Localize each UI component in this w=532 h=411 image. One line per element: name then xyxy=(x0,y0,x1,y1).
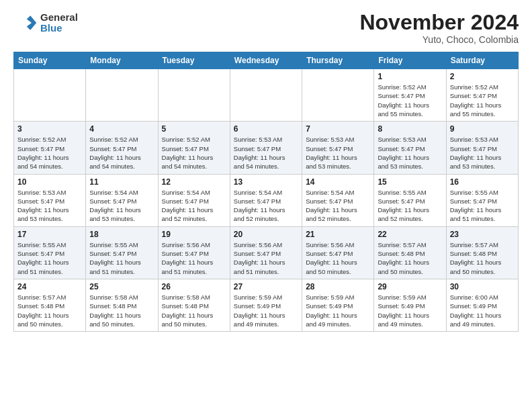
logo-blue-text: Blue xyxy=(40,23,78,34)
day-info: Sunrise: 5:54 AMSunset: 5:47 PMDaylight:… xyxy=(89,188,154,224)
calendar-cell: 3Sunrise: 5:52 AMSunset: 5:47 PMDaylight… xyxy=(14,122,86,174)
day-info: Sunrise: 5:58 AMSunset: 5:48 PMDaylight:… xyxy=(89,293,154,328)
calendar-header-row: SundayMondayTuesdayWednesdayThursdayFrid… xyxy=(14,52,519,69)
calendar-week-row: 10Sunrise: 5:53 AMSunset: 5:47 PMDayligh… xyxy=(14,174,519,226)
calendar-cell: 21Sunrise: 5:56 AMSunset: 5:47 PMDayligh… xyxy=(302,226,374,279)
day-info: Sunrise: 5:53 AMSunset: 5:47 PMDaylight:… xyxy=(234,135,298,171)
calendar-col-monday: Monday xyxy=(86,52,158,69)
logo-general-text: General xyxy=(40,12,78,24)
calendar-header: SundayMondayTuesdayWednesdayThursdayFrid… xyxy=(14,52,519,69)
page-title: November 2024 xyxy=(359,11,519,34)
calendar-cell xyxy=(14,69,86,122)
calendar-col-saturday: Saturday xyxy=(446,52,518,69)
day-number: 4 xyxy=(89,124,154,134)
day-info: Sunrise: 5:52 AMSunset: 5:47 PMDaylight:… xyxy=(17,135,82,171)
day-number: 25 xyxy=(89,282,154,291)
calendar-cell: 28Sunrise: 5:59 AMSunset: 5:49 PMDayligh… xyxy=(302,279,374,331)
day-info: Sunrise: 5:52 AMSunset: 5:47 PMDaylight:… xyxy=(89,135,154,171)
day-info: Sunrise: 5:54 AMSunset: 5:47 PMDaylight:… xyxy=(162,188,226,224)
day-info: Sunrise: 5:58 AMSunset: 5:48 PMDaylight:… xyxy=(162,293,226,328)
day-number: 11 xyxy=(89,177,154,187)
calendar-cell: 7Sunrise: 5:53 AMSunset: 5:47 PMDaylight… xyxy=(302,122,374,174)
calendar-cell: 11Sunrise: 5:54 AMSunset: 5:47 PMDayligh… xyxy=(86,174,158,226)
day-number: 2 xyxy=(450,72,515,81)
day-info: Sunrise: 5:56 AMSunset: 5:47 PMDaylight:… xyxy=(234,240,298,276)
calendar-cell: 24Sunrise: 5:57 AMSunset: 5:48 PMDayligh… xyxy=(14,279,86,331)
day-number: 20 xyxy=(234,230,298,239)
day-number: 16 xyxy=(450,177,515,187)
day-number: 21 xyxy=(306,230,370,239)
calendar-cell: 17Sunrise: 5:55 AMSunset: 5:47 PMDayligh… xyxy=(14,226,86,279)
day-number: 5 xyxy=(162,124,226,134)
day-number: 27 xyxy=(234,282,298,291)
day-number: 9 xyxy=(450,124,515,134)
logo-icon xyxy=(13,11,38,35)
calendar-col-sunday: Sunday xyxy=(14,52,86,69)
calendar-cell: 15Sunrise: 5:55 AMSunset: 5:47 PMDayligh… xyxy=(374,174,446,226)
day-info: Sunrise: 5:56 AMSunset: 5:47 PMDaylight:… xyxy=(306,240,370,276)
logo-text: General Blue xyxy=(40,12,78,34)
day-info: Sunrise: 5:55 AMSunset: 5:47 PMDaylight:… xyxy=(450,188,515,224)
day-number: 18 xyxy=(89,230,154,239)
day-number: 10 xyxy=(17,177,82,187)
calendar-col-wednesday: Wednesday xyxy=(230,52,302,69)
day-info: Sunrise: 5:52 AMSunset: 5:47 PMDaylight:… xyxy=(450,83,515,118)
calendar-cell: 14Sunrise: 5:54 AMSunset: 5:47 PMDayligh… xyxy=(302,174,374,226)
day-info: Sunrise: 5:59 AMSunset: 5:49 PMDaylight:… xyxy=(306,293,370,328)
day-info: Sunrise: 6:00 AMSunset: 5:49 PMDaylight:… xyxy=(450,293,515,328)
svg-marker-1 xyxy=(27,15,36,30)
day-info: Sunrise: 5:57 AMSunset: 5:48 PMDaylight:… xyxy=(450,240,515,276)
day-number: 29 xyxy=(378,282,442,291)
day-number: 30 xyxy=(450,282,515,291)
calendar-cell xyxy=(230,69,302,122)
calendar-week-row: 1Sunrise: 5:52 AMSunset: 5:47 PMDaylight… xyxy=(14,69,519,122)
calendar-cell xyxy=(86,69,158,122)
calendar-week-row: 17Sunrise: 5:55 AMSunset: 5:47 PMDayligh… xyxy=(14,226,519,279)
day-number: 7 xyxy=(306,124,370,134)
day-number: 17 xyxy=(17,230,82,239)
title-block: November 2024 Yuto, Choco, Colombia xyxy=(359,11,519,45)
day-number: 13 xyxy=(234,177,298,187)
day-info: Sunrise: 5:55 AMSunset: 5:47 PMDaylight:… xyxy=(17,240,82,276)
day-info: Sunrise: 5:53 AMSunset: 5:47 PMDaylight:… xyxy=(378,135,442,171)
calendar-table: SundayMondayTuesdayWednesdayThursdayFrid… xyxy=(13,52,519,332)
calendar-cell: 13Sunrise: 5:54 AMSunset: 5:47 PMDayligh… xyxy=(230,174,302,226)
calendar-week-row: 3Sunrise: 5:52 AMSunset: 5:47 PMDaylight… xyxy=(14,122,519,174)
day-info: Sunrise: 5:55 AMSunset: 5:47 PMDaylight:… xyxy=(89,240,154,276)
day-number: 3 xyxy=(17,124,82,134)
day-number: 26 xyxy=(162,282,226,291)
day-number: 1 xyxy=(378,72,442,81)
calendar-cell: 5Sunrise: 5:52 AMSunset: 5:47 PMDaylight… xyxy=(158,122,230,174)
calendar-cell xyxy=(302,69,374,122)
calendar-cell: 9Sunrise: 5:53 AMSunset: 5:47 PMDaylight… xyxy=(446,122,518,174)
calendar-cell: 4Sunrise: 5:52 AMSunset: 5:47 PMDaylight… xyxy=(86,122,158,174)
calendar-col-thursday: Thursday xyxy=(302,52,374,69)
calendar-cell: 10Sunrise: 5:53 AMSunset: 5:47 PMDayligh… xyxy=(14,174,86,226)
day-info: Sunrise: 5:56 AMSunset: 5:47 PMDaylight:… xyxy=(162,240,226,276)
day-info: Sunrise: 5:54 AMSunset: 5:47 PMDaylight:… xyxy=(306,188,370,224)
day-number: 22 xyxy=(378,230,442,239)
calendar-col-friday: Friday xyxy=(374,52,446,69)
calendar-cell: 20Sunrise: 5:56 AMSunset: 5:47 PMDayligh… xyxy=(230,226,302,279)
page: General Blue November 2024 Yuto, Choco, … xyxy=(0,0,532,342)
day-info: Sunrise: 5:57 AMSunset: 5:48 PMDaylight:… xyxy=(378,240,442,276)
calendar-cell: 2Sunrise: 5:52 AMSunset: 5:47 PMDaylight… xyxy=(446,69,518,122)
calendar-cell: 25Sunrise: 5:58 AMSunset: 5:48 PMDayligh… xyxy=(86,279,158,331)
day-number: 24 xyxy=(17,282,82,291)
calendar-cell: 23Sunrise: 5:57 AMSunset: 5:48 PMDayligh… xyxy=(446,226,518,279)
day-number: 23 xyxy=(450,230,515,239)
calendar-cell: 6Sunrise: 5:53 AMSunset: 5:47 PMDaylight… xyxy=(230,122,302,174)
calendar-cell: 16Sunrise: 5:55 AMSunset: 5:47 PMDayligh… xyxy=(446,174,518,226)
calendar-body: 1Sunrise: 5:52 AMSunset: 5:47 PMDaylight… xyxy=(14,69,519,332)
page-subtitle: Yuto, Choco, Colombia xyxy=(359,34,519,45)
day-info: Sunrise: 5:54 AMSunset: 5:47 PMDaylight:… xyxy=(234,188,298,224)
day-info: Sunrise: 5:52 AMSunset: 5:47 PMDaylight:… xyxy=(378,83,442,118)
day-info: Sunrise: 5:59 AMSunset: 5:49 PMDaylight:… xyxy=(234,293,298,328)
day-number: 14 xyxy=(306,177,370,187)
calendar-cell: 27Sunrise: 5:59 AMSunset: 5:49 PMDayligh… xyxy=(230,279,302,331)
calendar-cell: 19Sunrise: 5:56 AMSunset: 5:47 PMDayligh… xyxy=(158,226,230,279)
calendar-cell xyxy=(158,69,230,122)
day-number: 19 xyxy=(162,230,226,239)
day-info: Sunrise: 5:55 AMSunset: 5:47 PMDaylight:… xyxy=(378,188,442,224)
day-info: Sunrise: 5:53 AMSunset: 5:47 PMDaylight:… xyxy=(17,188,82,224)
